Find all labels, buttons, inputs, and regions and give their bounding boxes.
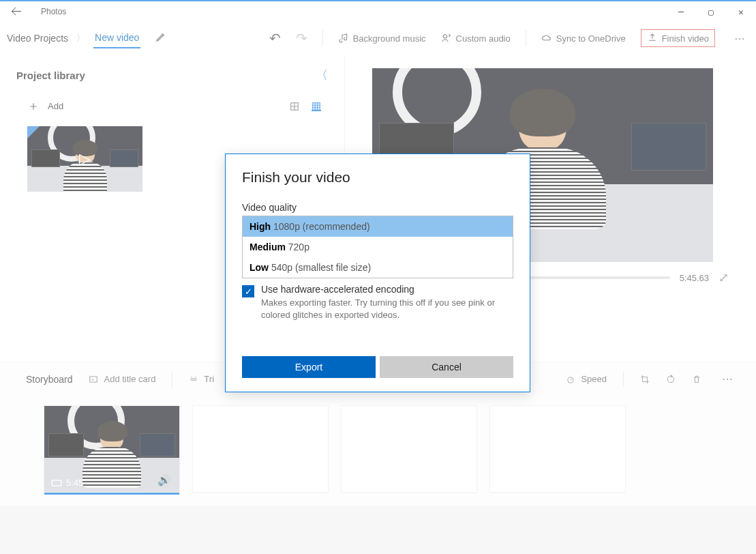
add-title-card-button[interactable]: Add title card	[89, 374, 155, 384]
quality-option-high[interactable]: High 1080p (recommended)	[243, 216, 513, 237]
hardware-encoding-checkbox[interactable]: ✓	[242, 285, 254, 297]
finish-video-dialog: Finish your video Video quality High 108…	[225, 154, 530, 392]
sync-onedrive-button[interactable]: Sync to OneDrive	[541, 33, 626, 44]
background-music-label: Background music	[353, 33, 426, 44]
crop-button[interactable]	[640, 375, 650, 384]
delete-button[interactable]	[692, 375, 701, 384]
view-large-icon[interactable]	[290, 102, 299, 111]
window-maximize-button[interactable]: ▢	[696, 1, 726, 23]
storyboard-clips: 5:45 🔊	[0, 396, 756, 506]
divider	[526, 30, 526, 46]
finish-video-button[interactable]: Finish video	[641, 29, 715, 47]
quality-option-low[interactable]: Low 540p (smallest file size)	[243, 257, 513, 278]
fullscreen-button[interactable]: ⤢	[719, 270, 729, 285]
background-music-button[interactable]: Background music	[338, 33, 426, 44]
trim-label: Tri	[204, 374, 214, 384]
titlebar: 🡠 Photos ─ ▢ ✕	[0, 0, 756, 22]
quality-option-medium[interactable]: Medium 720p	[243, 237, 513, 257]
back-button[interactable]: 🡠	[5, 3, 27, 20]
redo-button: ↷	[296, 30, 307, 46]
empty-clip-slot[interactable]	[341, 405, 477, 493]
video-quality-dropdown[interactable]: High 1080p (recommended) Medium 720p Low…	[242, 216, 513, 278]
divider	[322, 30, 323, 46]
clip-duration: 5:45	[66, 478, 83, 488]
storyboard-more-button[interactable]: ⋯	[718, 373, 737, 385]
divider	[172, 372, 172, 387]
project-name[interactable]: New video	[93, 28, 140, 48]
sync-onedrive-label: Sync to OneDrive	[556, 33, 626, 44]
toolbar: Video Projects 〉 New video ↶ ↷ Backgroun…	[0, 22, 756, 55]
speed-button[interactable]: Speed	[566, 374, 607, 384]
video-quality-label: Video quality	[242, 202, 513, 213]
add-media-button[interactable]: Add	[29, 101, 63, 111]
export-button[interactable]: Export	[242, 356, 376, 378]
hardware-encoding-description: Makes exporting faster. Try turning this…	[261, 297, 513, 321]
empty-clip-slot[interactable]	[192, 405, 329, 493]
empty-clip-slot[interactable]	[489, 405, 626, 493]
more-button[interactable]: ⋯	[730, 32, 749, 45]
chevron-right-icon: 〉	[76, 32, 85, 44]
dialog-title: Finish your video	[242, 169, 513, 186]
add-title-card-label: Add title card	[104, 374, 155, 384]
used-indicator-icon	[27, 126, 40, 138]
svg-point-0	[443, 35, 447, 38]
edit-name-icon[interactable]	[155, 31, 166, 45]
breadcrumb-video-projects[interactable]: Video Projects	[7, 33, 68, 44]
collapse-library-button[interactable]: 〈	[316, 67, 328, 83]
view-small-icon[interactable]	[312, 102, 321, 111]
app-title: Photos	[41, 7, 66, 16]
speed-label: Speed	[581, 374, 607, 384]
storyboard-clip[interactable]: 5:45 🔊	[44, 405, 180, 493]
hardware-encoding-label: Use hardware-accelerated encoding	[261, 284, 513, 295]
divider	[623, 372, 624, 387]
svg-rect-3	[90, 376, 97, 381]
library-thumbnail[interactable]: ▷	[27, 126, 142, 192]
storyboard-label: Storyboard	[26, 374, 72, 385]
svg-rect-2	[313, 102, 320, 110]
add-label: Add	[48, 101, 63, 111]
play-icon: ▷	[79, 150, 91, 168]
trim-button[interactable]: Tri	[189, 374, 214, 384]
custom-audio-button[interactable]: Custom audio	[441, 33, 511, 44]
finish-video-label: Finish video	[662, 33, 709, 44]
rotate-button[interactable]	[666, 375, 676, 384]
cancel-button[interactable]: Cancel	[380, 356, 513, 378]
library-title: Project library	[16, 70, 85, 81]
undo-button[interactable]: ↶	[269, 30, 281, 46]
window-close-button[interactable]: ✕	[726, 1, 756, 23]
time-total: 5:45.63	[680, 273, 709, 283]
custom-audio-label: Custom audio	[456, 33, 511, 44]
window-minimize-button[interactable]: ─	[666, 1, 696, 23]
svg-rect-6	[52, 480, 61, 486]
volume-icon[interactable]: 🔊	[157, 473, 171, 486]
